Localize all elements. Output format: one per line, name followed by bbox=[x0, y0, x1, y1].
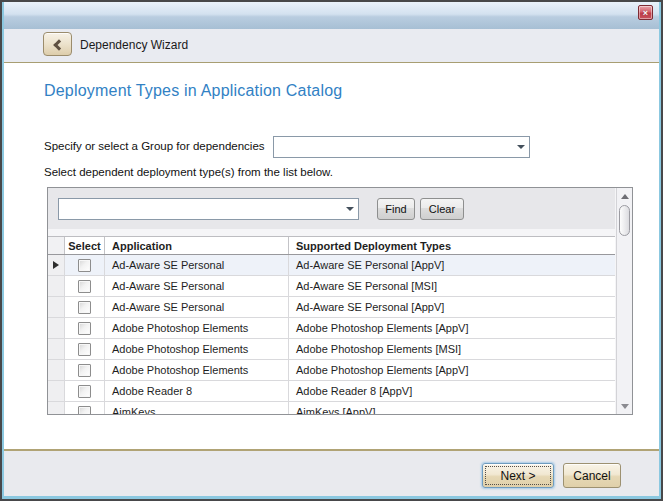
row-selector-cell[interactable] bbox=[48, 381, 65, 401]
row-checkbox[interactable] bbox=[78, 406, 91, 415]
table-row[interactable]: Ad-Aware SE Personal Ad-Aware SE Persona… bbox=[48, 255, 615, 276]
row-application: Adobe Photoshop Elements bbox=[105, 318, 289, 338]
table-header-select[interactable]: Select bbox=[65, 237, 105, 254]
chevron-down-icon bbox=[346, 207, 354, 211]
row-select-cell bbox=[65, 339, 105, 359]
row-select-cell bbox=[65, 276, 105, 296]
table-header-deployment-types[interactable]: Supported Deployment Types bbox=[289, 237, 615, 254]
row-select-cell bbox=[65, 255, 105, 275]
scroll-down-icon[interactable] bbox=[617, 398, 632, 414]
deployment-types-table: Select Application Supported Deployment … bbox=[48, 236, 615, 414]
row-select-cell bbox=[65, 402, 105, 414]
row-deployment-type: Adobe Photoshop Elements [AppV] bbox=[289, 318, 615, 338]
row-deployment-type: Ad-Aware SE Personal [AppV] bbox=[289, 297, 615, 317]
table-row[interactable]: Ad-Aware SE Personal Ad-Aware SE Persona… bbox=[48, 276, 615, 297]
scrollbar-thumb[interactable] bbox=[619, 205, 630, 236]
vertical-scrollbar[interactable] bbox=[616, 188, 632, 414]
table-header-selector bbox=[48, 237, 65, 254]
footer-bar: Next > Cancel bbox=[2, 449, 661, 499]
row-checkbox[interactable] bbox=[78, 364, 91, 377]
cancel-button[interactable]: Cancel bbox=[563, 463, 621, 488]
row-checkbox[interactable] bbox=[78, 280, 91, 293]
row-application: Adobe Photoshop Elements bbox=[105, 339, 289, 359]
back-button[interactable] bbox=[43, 32, 72, 56]
row-checkbox[interactable] bbox=[78, 385, 91, 398]
table-body: Ad-Aware SE Personal Ad-Aware SE Persona… bbox=[48, 255, 615, 414]
row-application: Ad-Aware SE Personal bbox=[105, 276, 289, 296]
row-selector-cell[interactable] bbox=[48, 297, 65, 317]
find-button[interactable]: Find bbox=[377, 198, 415, 220]
search-combobox[interactable] bbox=[58, 198, 359, 220]
row-deployment-type: Adobe Reader 8 [AppV] bbox=[289, 381, 615, 401]
row-application: Ad-Aware SE Personal bbox=[105, 297, 289, 317]
wizard-header: Dependency Wizard bbox=[2, 29, 661, 63]
row-application: Adobe Reader 8 bbox=[105, 381, 289, 401]
group-combobox-input[interactable] bbox=[274, 137, 512, 157]
row-deployment-type: Ad-Aware SE Personal [AppV] bbox=[289, 255, 615, 275]
row-checkbox[interactable] bbox=[78, 301, 91, 314]
row-selector-cell[interactable] bbox=[48, 276, 65, 296]
table-header-application[interactable]: Application bbox=[105, 237, 289, 254]
deployment-list-panel: Find Clear Select Application Supported … bbox=[47, 187, 633, 415]
row-pointer-icon bbox=[53, 261, 59, 269]
window-titlebar[interactable]: × bbox=[2, 2, 661, 29]
table-row[interactable]: Adobe Reader 8 Adobe Reader 8 [AppV] bbox=[48, 381, 615, 402]
row-select-cell bbox=[65, 360, 105, 380]
chevron-down-icon bbox=[517, 145, 525, 149]
wizard-title: Dependency Wizard bbox=[80, 38, 188, 52]
next-button[interactable]: Next > bbox=[482, 463, 554, 488]
table-row[interactable]: Adobe Photoshop Elements Adobe Photoshop… bbox=[48, 339, 615, 360]
row-application: Ad-Aware SE Personal bbox=[105, 255, 289, 275]
clear-button[interactable]: Clear bbox=[420, 198, 464, 220]
row-checkbox[interactable] bbox=[78, 322, 91, 335]
scroll-up-icon[interactable] bbox=[617, 188, 632, 204]
search-bar: Find Clear bbox=[48, 188, 615, 229]
page-title: Deployment Types in Application Catalog bbox=[44, 82, 342, 100]
table-header-row: Select Application Supported Deployment … bbox=[48, 237, 615, 255]
row-application: AimKeys bbox=[105, 402, 289, 414]
group-label: Specify or select a Group for dependenci… bbox=[44, 140, 265, 152]
row-checkbox[interactable] bbox=[78, 259, 91, 272]
row-application: Adobe Photoshop Elements bbox=[105, 360, 289, 380]
table-row[interactable]: Ad-Aware SE Personal Ad-Aware SE Persona… bbox=[48, 297, 615, 318]
row-checkbox[interactable] bbox=[78, 343, 91, 356]
row-select-cell bbox=[65, 381, 105, 401]
chevron-left-icon bbox=[53, 39, 64, 50]
dependency-wizard-window: × Dependency Wizard Deployment Types in … bbox=[0, 0, 663, 501]
row-selector-cell[interactable] bbox=[48, 255, 65, 275]
row-select-cell bbox=[65, 318, 105, 338]
row-deployment-type: Adobe Photoshop Elements [AppV] bbox=[289, 360, 615, 380]
close-icon[interactable]: × bbox=[638, 5, 653, 20]
row-deployment-type: AimKeys [AppV] bbox=[289, 402, 615, 414]
search-combobox-dropdown-button[interactable] bbox=[341, 199, 358, 219]
group-combobox-dropdown-button[interactable] bbox=[512, 137, 529, 157]
search-combobox-input[interactable] bbox=[59, 199, 341, 219]
table-row[interactable]: Adobe Photoshop Elements Adobe Photoshop… bbox=[48, 360, 615, 381]
row-select-cell bbox=[65, 297, 105, 317]
row-deployment-type: Ad-Aware SE Personal [MSI] bbox=[289, 276, 615, 296]
table-row[interactable]: AimKeys AimKeys [AppV] bbox=[48, 402, 615, 414]
table-row[interactable]: Adobe Photoshop Elements Adobe Photoshop… bbox=[48, 318, 615, 339]
row-selector-cell[interactable] bbox=[48, 318, 65, 338]
row-selector-cell[interactable] bbox=[48, 339, 65, 359]
row-selector-cell[interactable] bbox=[48, 360, 65, 380]
group-combobox[interactable] bbox=[273, 136, 530, 158]
list-instruction-label: Select dependent deployment type(s) from… bbox=[44, 166, 333, 178]
row-selector-cell[interactable] bbox=[48, 402, 65, 414]
row-deployment-type: Adobe Photoshop Elements [MSI] bbox=[289, 339, 615, 359]
